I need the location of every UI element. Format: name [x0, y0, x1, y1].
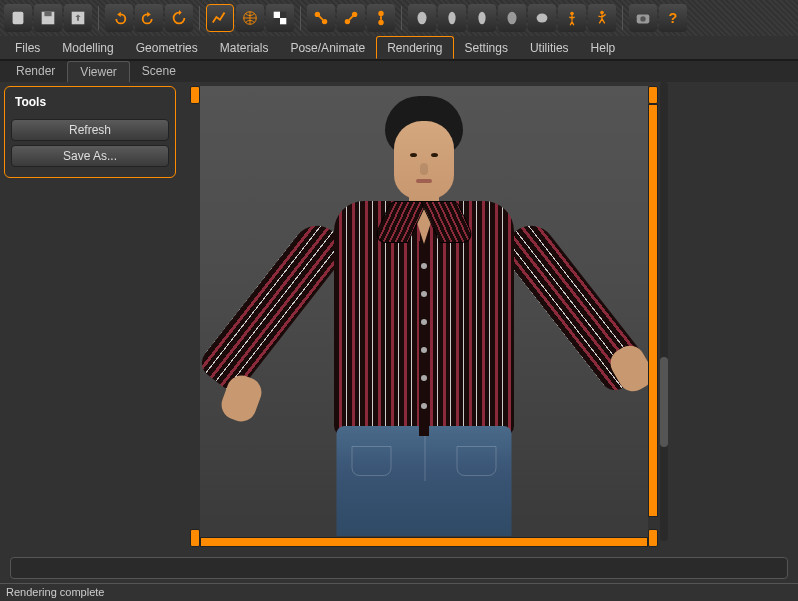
- body-icon[interactable]: [558, 4, 586, 32]
- svg-rect-8: [274, 18, 280, 24]
- svg-point-21: [508, 12, 517, 25]
- undo-icon[interactable]: [105, 4, 133, 32]
- viewport[interactable]: [190, 86, 658, 547]
- tools-title: Tools: [11, 93, 169, 115]
- joint-a-icon[interactable]: [307, 4, 335, 32]
- svg-point-18: [418, 12, 427, 25]
- svg-point-23: [570, 12, 574, 16]
- refresh-button[interactable]: Refresh: [11, 119, 169, 141]
- viewport-frame: [190, 86, 658, 547]
- menu-materials[interactable]: Materials: [209, 36, 280, 59]
- file-export-icon[interactable]: [64, 4, 92, 32]
- menu-rendering[interactable]: Rendering: [376, 36, 453, 59]
- help-icon[interactable]: ?: [659, 4, 687, 32]
- svg-point-22: [537, 14, 548, 23]
- tab-scene[interactable]: Scene: [130, 61, 188, 82]
- main-toolbar: ?: [0, 0, 798, 36]
- svg-point-24: [600, 11, 604, 15]
- tools-box: Tools Refresh Save As...: [4, 86, 176, 178]
- svg-line-14: [349, 16, 353, 20]
- svg-rect-2: [44, 12, 51, 17]
- checker-icon[interactable]: [266, 4, 294, 32]
- file-new-icon[interactable]: [4, 4, 32, 32]
- menu-geometries[interactable]: Geometries: [125, 36, 209, 59]
- tab-viewer[interactable]: Viewer: [67, 61, 129, 82]
- head-top-icon[interactable]: [528, 4, 556, 32]
- file-save-icon[interactable]: [34, 4, 62, 32]
- tabbar: Render Viewer Scene: [0, 60, 798, 82]
- menu-settings[interactable]: Settings: [454, 36, 519, 59]
- menu-utilities[interactable]: Utilities: [519, 36, 580, 59]
- head-back-icon[interactable]: [498, 4, 526, 32]
- chart-icon[interactable]: [206, 4, 234, 32]
- tab-render[interactable]: Render: [4, 61, 67, 82]
- globe-icon[interactable]: [236, 4, 264, 32]
- frame-bar-right[interactable]: [648, 104, 658, 517]
- pose-icon[interactable]: [588, 4, 616, 32]
- content-area: Tools Refresh Save As...: [0, 82, 798, 551]
- statusbar: Rendering complete: [0, 583, 798, 601]
- tools-panel: Tools Refresh Save As...: [0, 82, 180, 551]
- frame-handle-bl[interactable]: [190, 529, 200, 547]
- head-left-icon[interactable]: [438, 4, 466, 32]
- camera-icon[interactable]: [629, 4, 657, 32]
- save-as-button[interactable]: Save As...: [11, 145, 169, 167]
- svg-line-11: [319, 16, 323, 20]
- svg-point-20: [478, 12, 485, 25]
- command-input[interactable]: [10, 557, 788, 579]
- frame-handle-tr[interactable]: [648, 86, 658, 104]
- menu-files[interactable]: Files: [4, 36, 51, 59]
- vertical-scrollbar[interactable]: [660, 82, 668, 541]
- menubar: Files Modelling Geometries Materials Pos…: [0, 36, 798, 60]
- svg-rect-5: [274, 12, 280, 18]
- head-right-icon[interactable]: [468, 4, 496, 32]
- redo-icon[interactable]: [135, 4, 163, 32]
- svg-point-19: [448, 12, 455, 25]
- menu-pose-animate[interactable]: Pose/Animate: [279, 36, 376, 59]
- frame-bar-bottom[interactable]: [200, 537, 648, 547]
- reload-icon[interactable]: [165, 4, 193, 32]
- svg-text:?: ?: [669, 10, 678, 26]
- menu-help[interactable]: Help: [580, 36, 627, 59]
- svg-point-15: [378, 11, 383, 16]
- joint-b-icon[interactable]: [337, 4, 365, 32]
- frame-handle-tl[interactable]: [190, 86, 200, 104]
- head-front-icon[interactable]: [408, 4, 436, 32]
- menu-modelling[interactable]: Modelling: [51, 36, 124, 59]
- svg-rect-7: [280, 12, 286, 18]
- scrollbar-thumb[interactable]: [660, 357, 668, 447]
- svg-rect-0: [13, 12, 24, 25]
- svg-rect-6: [280, 18, 286, 24]
- joint-c-icon[interactable]: [367, 4, 395, 32]
- svg-point-26: [640, 16, 645, 21]
- svg-point-16: [378, 20, 383, 25]
- frame-handle-br[interactable]: [648, 529, 658, 547]
